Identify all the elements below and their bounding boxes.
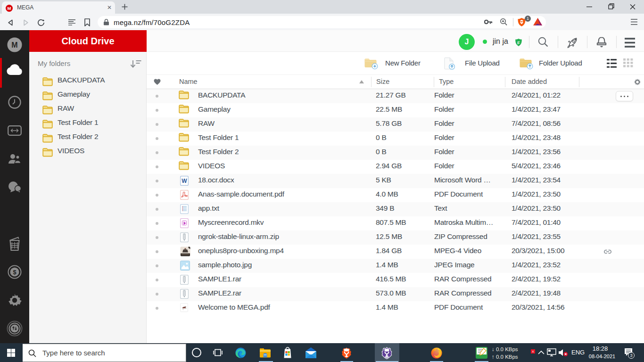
svg-text:W: W	[182, 178, 187, 184]
svg-text:M: M	[11, 41, 17, 49]
svg-text:M: M	[8, 6, 11, 11]
svg-text:$: $	[13, 269, 17, 276]
svg-text:F: F	[517, 41, 520, 45]
